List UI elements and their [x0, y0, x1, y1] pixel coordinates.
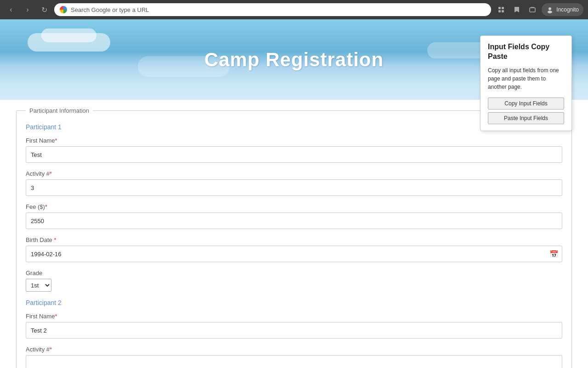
first-name-field-2: First Name*: [26, 313, 562, 339]
address-text: Search Google or type a URL: [71, 6, 149, 13]
svg-point-6: [548, 11, 552, 13]
forward-button[interactable]: ›: [21, 3, 34, 16]
fee-input-1[interactable]: [26, 213, 562, 229]
google-icon: [60, 6, 67, 13]
grade-label-1: Grade: [26, 270, 562, 276]
grade-select-1[interactable]: 1st 2nd 3rd 4th 5th 6th 7th 8th: [26, 279, 51, 292]
activity-field-2: Activity #*: [26, 346, 562, 368]
popup-panel: Input Fields Copy Paste Copy all input f…: [480, 35, 572, 131]
back-button[interactable]: ‹: [5, 3, 17, 16]
first-name-input-1[interactable]: [26, 146, 562, 163]
required-mark: *: [55, 137, 57, 144]
form-area: Participant Information Participant 1 Fi…: [0, 100, 588, 368]
birth-date-wrapper-1: 📅: [26, 246, 562, 262]
popup-title: Input Fields Copy Paste: [488, 42, 564, 62]
participant-info-fieldset: Participant Information Participant 1 Fi…: [16, 107, 572, 368]
activity-field-1: Activity #*: [26, 170, 562, 196]
activity-label-2: Activity #*: [26, 346, 562, 353]
incognito-button[interactable]: Incognito: [542, 3, 583, 16]
svg-rect-0: [498, 7, 501, 9]
birth-date-label-1: Birth Date *: [26, 236, 562, 243]
bookmark-button[interactable]: [510, 3, 523, 16]
svg-rect-3: [502, 10, 504, 12]
birth-date-field-1: Birth Date * 📅: [26, 236, 562, 262]
activity-input-1[interactable]: [26, 179, 562, 196]
browser-toolbar: ‹ › ↻ Search Google or type a URL Incogn…: [0, 0, 588, 19]
activity-label-1: Activity #*: [26, 170, 562, 177]
first-name-field-1: First Name*: [26, 137, 562, 163]
svg-rect-1: [502, 7, 504, 9]
birth-date-input-1[interactable]: [26, 246, 562, 262]
tab-button[interactable]: [526, 3, 539, 16]
page-content: Camp Registration Input Fields Copy Past…: [0, 19, 588, 368]
fieldset-legend: Participant Information: [26, 107, 93, 114]
reload-button[interactable]: ↻: [38, 3, 51, 16]
activity-input-2[interactable]: [26, 355, 562, 368]
participant-2-heading: Participant 2: [26, 299, 562, 306]
svg-rect-2: [498, 10, 501, 12]
fee-field-1: Fee ($)*: [26, 203, 562, 229]
first-name-label-2: First Name*: [26, 313, 562, 320]
fee-label-1: Fee ($)*: [26, 203, 562, 210]
first-name-label-1: First Name*: [26, 137, 562, 144]
first-name-input-2[interactable]: [26, 322, 562, 339]
extensions-button[interactable]: [495, 3, 508, 16]
svg-point-5: [548, 7, 551, 10]
incognito-label: Incognito: [556, 6, 579, 13]
address-bar[interactable]: Search Google or type a URL: [54, 3, 491, 16]
page-title: Camp Registration: [204, 49, 384, 71]
popup-description: Copy all input fields from one page and …: [488, 66, 564, 91]
svg-rect-4: [530, 8, 535, 12]
paste-input-fields-button[interactable]: Paste Input Fields: [488, 112, 564, 124]
copy-input-fields-button[interactable]: Copy Input Fields: [488, 98, 564, 109]
grade-field-1: Grade 1st 2nd 3rd 4th 5th 6th 7th 8th: [26, 270, 562, 292]
browser-actions: Incognito: [495, 3, 583, 16]
